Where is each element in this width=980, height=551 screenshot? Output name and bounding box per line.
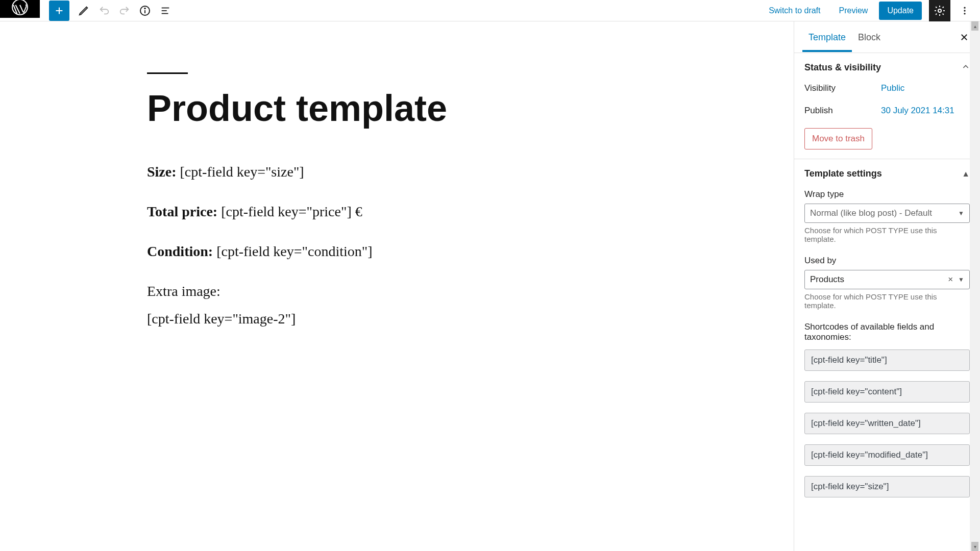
redo-button [114,1,135,21]
scrollbar-down-arrow[interactable]: ▾ [971,542,978,551]
svg-point-12 [964,13,965,14]
used-by-select[interactable]: Products × ▼ [804,270,970,289]
template-settings-title: Template settings [804,168,882,179]
undo-button [94,1,114,21]
svg-point-5 [144,8,145,9]
size-value: [cpt-field key="size"] [177,164,304,180]
more-options-button[interactable] [954,1,975,21]
shortcode-box[interactable]: [cpt-field key="content"] [804,381,970,403]
preview-button[interactable]: Preview [832,3,875,18]
sidebar-tabs: Template Block [794,21,980,53]
chevron-up-icon [962,63,970,73]
add-block-button[interactable] [49,1,69,21]
template-settings-header[interactable]: Template settings ▲ [804,168,970,179]
used-by-helper: Choose for which POST TYPE use this temp… [804,292,970,310]
visibility-value[interactable]: Public [881,83,904,93]
publish-value[interactable]: 30 July 2021 14:31 [881,106,954,116]
clear-used-by-icon[interactable]: × [948,274,953,285]
triangle-up-icon: ▲ [962,169,970,179]
switch-to-draft-button[interactable]: Switch to draft [762,3,827,18]
status-visibility-title: Status & visibility [804,62,881,73]
scrollbar-up-arrow[interactable]: ▴ [971,21,978,31]
visibility-row: Visibility Public [804,83,970,93]
caret-down-icon: ▼ [958,276,964,283]
svg-point-11 [964,10,965,11]
visibility-label: Visibility [804,83,881,93]
toolbar-right: Switch to draft Preview Update [762,0,975,21]
edit-tool-button[interactable] [74,1,94,21]
shortcode-box[interactable]: [cpt-field key="size"] [804,476,970,497]
info-button[interactable] [135,1,155,21]
page-scrollbar[interactable]: ▴ ▾ [970,21,980,551]
publish-label: Publish [804,106,881,116]
shortcode-box[interactable]: [cpt-field key="written_date"] [804,413,970,434]
wrap-type-helper: Choose for which POST TYPE use this temp… [804,226,970,243]
wrap-type-label: Wrap type [804,189,970,199]
list-view-button[interactable] [155,1,176,21]
update-button[interactable]: Update [879,2,922,20]
status-visibility-panel: Status & visibility Visibility Public Pu… [794,53,980,159]
price-value: [cpt-field key="price"] € [217,204,362,219]
condition-label: Condition: [147,243,213,259]
settings-button[interactable] [929,0,950,21]
used-by-label: Used by [804,256,970,266]
status-visibility-header[interactable]: Status & visibility [804,62,970,73]
tab-template[interactable]: Template [802,23,852,52]
svg-point-9 [938,9,941,12]
extra-image-shortcode[interactable]: [cpt-field key="image-2"] [147,311,794,327]
toolbar-left [0,0,176,21]
shortcode-box[interactable]: [cpt-field key="title"] [804,349,970,371]
move-to-trash-button[interactable]: Move to trash [804,128,872,149]
extra-image-label-line[interactable]: Extra image: [147,283,794,299]
condition-value: [cpt-field key="condition"] [213,243,372,259]
settings-sidebar: Template Block Status & visibility Visib… [794,21,980,551]
size-line[interactable]: Size: [cpt-field key="size"] [147,164,794,180]
post-title[interactable]: Product template [147,89,794,128]
condition-line[interactable]: Condition: [cpt-field key="condition"] [147,243,794,260]
shortcodes-heading: Shortcodes of available fields and taxon… [804,322,970,342]
caret-down-icon: ▼ [958,210,964,217]
price-line[interactable]: Total price: [cpt-field key="price"] € [147,204,794,220]
top-toolbar: Switch to draft Preview Update [0,0,980,21]
title-separator [147,72,188,74]
svg-point-10 [964,7,965,8]
editor-canvas[interactable]: Product template Size: [cpt-field key="s… [0,21,794,551]
tab-block[interactable]: Block [852,23,887,52]
publish-row: Publish 30 July 2021 14:31 [804,106,970,116]
wrap-type-select[interactable]: Normal (like blog post) - Default ▼ [804,204,970,223]
shortcode-box[interactable]: [cpt-field key="modified_date"] [804,444,970,466]
workspace: Product template Size: [cpt-field key="s… [0,21,980,551]
wordpress-logo[interactable] [0,0,40,18]
size-label: Size: [147,164,177,180]
wrap-type-value: Normal (like blog post) - Default [810,208,958,218]
price-label: Total price: [147,204,217,219]
used-by-value: Products [810,274,948,285]
template-settings-panel: Template settings ▲ Wrap type Normal (li… [794,159,980,517]
